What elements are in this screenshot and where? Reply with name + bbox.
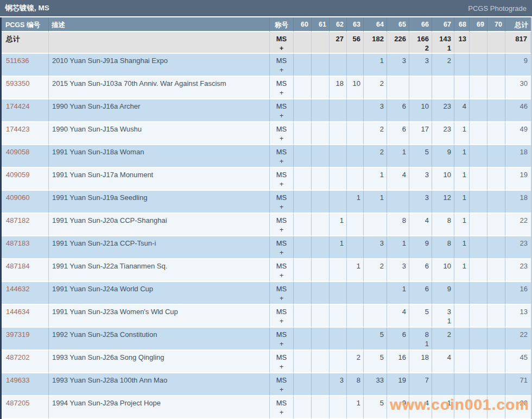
cell-grade-60 bbox=[294, 122, 312, 145]
cell-description: 2010 Yuan Sun-J91a Shanghai Expo bbox=[49, 54, 270, 77]
table-row: 1446321991 Yuan Sun-J24a World CupMS+169… bbox=[2, 282, 531, 305]
cell-grade-60 bbox=[294, 168, 312, 191]
cell-grade-64: 2 bbox=[364, 77, 387, 99]
cell-grade-65: 6 bbox=[387, 99, 409, 122]
cell-total: 22 bbox=[505, 214, 531, 236]
table-row: 1744241990 Yuan Sun-J16a ArcherMS+361023… bbox=[2, 99, 531, 122]
cell-grade-65: 6 bbox=[387, 328, 409, 351]
cell-total: 30 bbox=[505, 77, 531, 99]
cell-grade-67: 4 bbox=[432, 351, 454, 373]
cell-grade-62 bbox=[330, 328, 347, 351]
cell-grade-60 bbox=[294, 77, 312, 99]
cell-pcgs-number[interactable]: 511636 bbox=[2, 54, 49, 77]
cell-grade-64: 1 bbox=[364, 54, 387, 77]
cell-pcgs-number[interactable]: 487183 bbox=[2, 236, 49, 259]
cell-grade-68: 1 bbox=[454, 259, 470, 282]
cell-grade-65: 3 bbox=[387, 259, 409, 282]
cell-grade-60 bbox=[294, 305, 312, 328]
cell-pcgs-number[interactable]: 409058 bbox=[2, 145, 49, 168]
cell-grade-70 bbox=[487, 396, 505, 419]
cell-description: 1991 Yuan Sun-J23a Women's Wld Cup bbox=[49, 305, 270, 328]
cell-grade-66: 4 bbox=[409, 396, 432, 419]
cell-grade-64: 5 bbox=[364, 351, 387, 373]
cell-pcgs-number[interactable]: 174423 bbox=[2, 122, 49, 145]
cell-designation: MS+ bbox=[270, 305, 294, 328]
photograde-link[interactable]: PCGS Photograde bbox=[468, 4, 527, 12]
cell-grade-63 bbox=[347, 145, 364, 168]
cell-pcgs-number[interactable]: 593350 bbox=[2, 77, 49, 99]
table-row: 3973191992 Yuan Sun-J25a ConstitutionMS+… bbox=[2, 328, 531, 351]
cell-grade-65 bbox=[387, 77, 409, 99]
cell-total: 45 bbox=[505, 351, 531, 373]
cell-grade-67: 10 bbox=[432, 168, 454, 191]
cell-pcgs-number[interactable]: 409059 bbox=[2, 168, 49, 191]
cell-pcgs-number[interactable]: 487184 bbox=[2, 259, 49, 282]
cell-grade-61 bbox=[312, 99, 330, 122]
cell-grade-67: 10 bbox=[432, 259, 454, 282]
cell-grade-68 bbox=[454, 396, 470, 419]
cell-designation: MS+ bbox=[270, 77, 294, 99]
cell-grade-67: 1 bbox=[432, 396, 454, 419]
cell-grade-62 bbox=[330, 99, 347, 122]
cell-grade-67: 2 bbox=[432, 54, 454, 77]
cell-grade-68 bbox=[454, 282, 470, 305]
cell-grade-60 bbox=[294, 99, 312, 122]
col-header-62: 62 bbox=[330, 17, 347, 32]
population-table: PCGS 编号 描述 称号 60 61 62 63 64 65 66 67 68… bbox=[0, 17, 532, 419]
cell-designation: MS+ bbox=[270, 351, 294, 373]
table-row: 4872021993 Yuan Sun-J26a Song QinglingMS… bbox=[2, 351, 531, 373]
cell-grade-61 bbox=[312, 373, 330, 396]
cell-total: 9 bbox=[505, 54, 531, 77]
cell-grade-69 bbox=[470, 145, 487, 168]
cell-grade-66: 5 bbox=[409, 305, 432, 328]
cell-grade-62: 1 bbox=[330, 214, 347, 236]
cell-grade-60 bbox=[294, 282, 312, 305]
col-header-68: 68 bbox=[454, 17, 470, 32]
cell-total: 22 bbox=[505, 328, 531, 351]
cell-grade-64: 3 bbox=[364, 99, 387, 122]
table-row: 4872051994 Yuan Sun-J29a Project HopeMS+… bbox=[2, 396, 531, 419]
col-header-64: 64 bbox=[364, 17, 387, 32]
cell-pcgs-number[interactable]: 144634 bbox=[2, 305, 49, 328]
cell-grade-70 bbox=[487, 259, 505, 282]
cell-grade-62: 1 bbox=[330, 236, 347, 259]
cell-grade-70 bbox=[487, 99, 505, 122]
cell-grade-63: 56 bbox=[347, 32, 364, 54]
cell-grade-61 bbox=[312, 145, 330, 168]
cell-pcgs-number[interactable]: 174424 bbox=[2, 99, 49, 122]
cell-description: 1991 Yuan Sun-J22a Tiananmen Sq. bbox=[49, 259, 270, 282]
cell-pcgs-number[interactable]: 487205 bbox=[2, 396, 49, 419]
cell-grade-68: 1 bbox=[454, 122, 470, 145]
col-header-65: 65 bbox=[387, 17, 409, 32]
cell-grade-61 bbox=[312, 328, 330, 351]
cell-grade-69 bbox=[470, 191, 487, 214]
cell-grade-70 bbox=[487, 351, 505, 373]
cell-grade-62 bbox=[330, 305, 347, 328]
cell-grade-66: 17 bbox=[409, 122, 432, 145]
cell-description: 1991 Yuan Sun-J19a Seedling bbox=[49, 191, 270, 214]
cell-grade-68: 1 bbox=[454, 191, 470, 214]
cell-grade-63: 1 bbox=[347, 259, 364, 282]
cell-grade-63: 8 bbox=[347, 373, 364, 396]
cell-total: 20 bbox=[505, 396, 531, 419]
cell-pcgs-number[interactable]: 397319 bbox=[2, 328, 49, 351]
cell-grade-68 bbox=[454, 328, 470, 351]
cell-grade-65: 1 bbox=[387, 145, 409, 168]
cell-grade-69 bbox=[470, 99, 487, 122]
cell-pcgs-number[interactable]: 409060 bbox=[2, 191, 49, 214]
table-body: 总计MS+275618222616621431138175116362010 Y… bbox=[2, 32, 531, 419]
col-header-69: 69 bbox=[470, 17, 487, 32]
cell-grade-66: 10 bbox=[409, 99, 432, 122]
cell-grade-62 bbox=[330, 191, 347, 214]
cell-pcgs-number[interactable]: 149633 bbox=[2, 373, 49, 396]
table-row: 5933502015 Yuan Sun-J103a 70th Anniv. Wa… bbox=[2, 77, 531, 99]
cell-pcgs-number[interactable]: 487202 bbox=[2, 351, 49, 373]
cell-description: 1991 Yuan Sun-J20a CCP-Shanghai bbox=[49, 214, 270, 236]
cell-pcgs-number[interactable]: 487182 bbox=[2, 214, 49, 236]
cell-grade-67: 12 bbox=[432, 191, 454, 214]
cell-grade-65: 6 bbox=[387, 122, 409, 145]
cell-grade-64: 3 bbox=[364, 236, 387, 259]
cell-grade-62 bbox=[330, 351, 347, 373]
cell-pcgs-number[interactable]: 144632 bbox=[2, 282, 49, 305]
cell-grade-67: 8 bbox=[432, 214, 454, 236]
